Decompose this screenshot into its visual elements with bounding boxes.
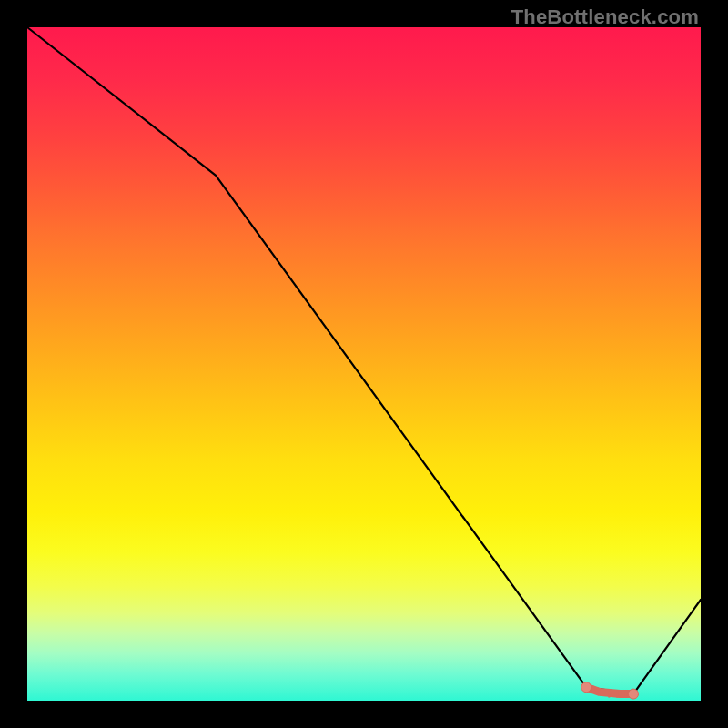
highlight-tick bbox=[616, 691, 618, 698]
chart-overlay bbox=[27, 27, 701, 701]
highlight-tick bbox=[608, 691, 610, 698]
watermark-text: TheBottleneck.com bbox=[511, 5, 699, 29]
highlight-tick bbox=[600, 689, 602, 696]
chart-frame: TheBottleneck.com bbox=[0, 0, 728, 728]
highlight-tick bbox=[592, 686, 594, 693]
highlight-tick bbox=[624, 691, 626, 698]
highlight-dot bbox=[629, 689, 639, 699]
curve-line bbox=[27, 27, 701, 694]
highlight-dot bbox=[581, 682, 592, 693]
highlight-segment bbox=[581, 682, 639, 699]
